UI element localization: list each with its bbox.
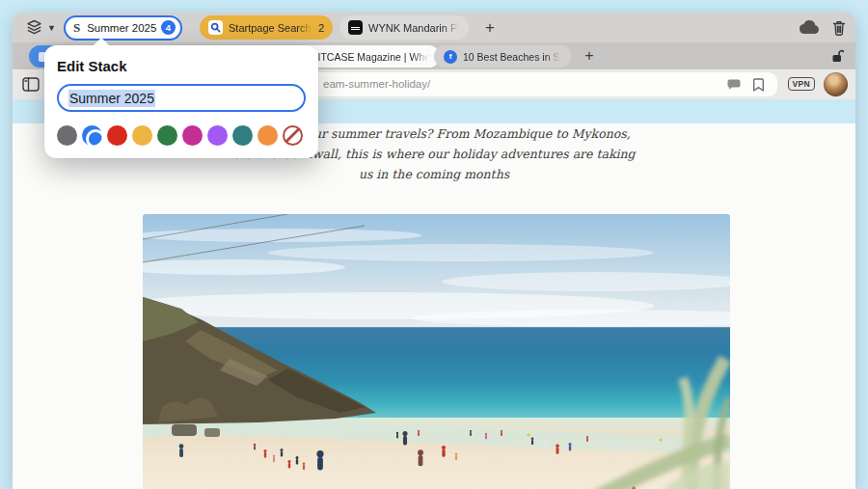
cloud-sync-icon[interactable] (799, 20, 820, 35)
color-swatch[interactable] (232, 125, 253, 146)
chevron-down-icon: ▼ (47, 23, 56, 33)
color-swatch[interactable] (258, 125, 278, 146)
stack-tab-summer-2025[interactable]: S Summer 2025 4 (64, 15, 182, 41)
layers-icon (26, 19, 42, 36)
stack-tab-label: Summer 2025 (87, 22, 161, 34)
popup-caret (93, 38, 110, 46)
color-swatch[interactable] (157, 125, 177, 146)
stack-tab-startpage[interactable]: Startpage Search Res 2 (200, 15, 333, 40)
stack-tab-count: 2 (318, 22, 324, 34)
stack-bar: ▼ S Summer 2025 4 Startpage Search Res 2… (13, 13, 855, 42)
stack-tab-count-badge: 4 (161, 20, 176, 35)
webpage-content: ration for your summer travels? From Moz… (13, 123, 855, 489)
profile-avatar[interactable] (824, 72, 848, 96)
tab-best-beaches[interactable]: f 10 Best Beaches in Skiath (434, 45, 571, 68)
url-text: eam-summer-holiday/ (323, 78, 430, 90)
stack-color-swatches (57, 125, 306, 146)
tab-label: ITCASE Magazine | Whe (317, 51, 430, 63)
comment-icon[interactable] (727, 79, 741, 90)
wynk-favicon (348, 20, 363, 35)
edit-stack-popup: Edit Stack Summer 2025 (44, 45, 318, 158)
color-swatch[interactable] (132, 125, 152, 146)
stack-tab-wynk[interactable]: WYNK Mandarin Pomelo T (339, 15, 469, 40)
tab-favicon: f (444, 50, 457, 64)
stack-name-input[interactable]: Summer 2025 (57, 84, 306, 112)
stack-favicon: S (73, 20, 80, 36)
magnifier-icon (210, 22, 221, 33)
startpage-favicon (208, 20, 223, 35)
color-swatch[interactable] (57, 125, 77, 146)
bookmark-icon[interactable] (753, 78, 764, 92)
unlocked-padlock-icon (831, 49, 844, 63)
popup-title: Edit Stack (57, 58, 306, 74)
color-swatch[interactable] (207, 125, 228, 146)
stacks-menu-button[interactable]: ▼ (26, 19, 56, 36)
beach-photo (143, 214, 730, 489)
stack-tab-label: WYNK Mandarin Pomelo T (368, 22, 460, 34)
color-swatch[interactable] (182, 125, 203, 146)
sidebar-toggle-icon[interactable] (22, 77, 40, 92)
stack-name-value: Summer 2025 (68, 90, 155, 107)
no-color-swatch[interactable] (283, 125, 303, 146)
foreground-grass (143, 214, 730, 489)
intro-line: us in the coming months (13, 164, 855, 184)
new-stack-button[interactable]: + (479, 13, 501, 42)
vpn-badge[interactable]: VPN (788, 77, 815, 91)
tab-label: 10 Best Beaches in Skiath (463, 51, 561, 63)
color-swatch[interactable] (82, 125, 102, 146)
color-swatch[interactable] (107, 125, 127, 146)
stack-tab-label: Startpage Search Res (229, 22, 313, 34)
new-tab-button[interactable]: + (579, 42, 600, 69)
trash-icon[interactable] (832, 20, 846, 36)
